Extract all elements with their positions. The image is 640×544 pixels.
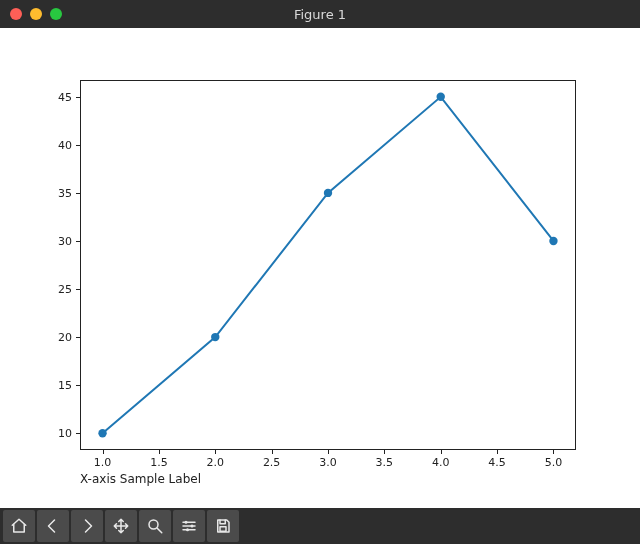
data-point: [211, 333, 219, 341]
svg-point-1: [185, 521, 188, 524]
svg-rect-4: [220, 527, 226, 532]
x-tick-label: 4.0: [432, 456, 450, 469]
zoom-button[interactable]: [139, 510, 171, 542]
y-tick-label: 30: [42, 234, 72, 247]
x-tick-label: 1.5: [150, 456, 168, 469]
y-tick-label: 40: [42, 138, 72, 151]
x-tick-label: 2.5: [263, 456, 281, 469]
x-axis-label: X-axis Sample Label: [80, 472, 201, 486]
svg-point-2: [191, 525, 194, 528]
pan-icon: [112, 517, 130, 535]
data-point: [324, 189, 332, 197]
data-point: [549, 237, 557, 245]
y-tick-label: 35: [42, 186, 72, 199]
save-button[interactable]: [207, 510, 239, 542]
forward-icon: [78, 517, 96, 535]
x-tick-label: 2.0: [207, 456, 225, 469]
line-plot: [0, 28, 640, 508]
maximize-icon[interactable]: [50, 8, 62, 20]
back-icon: [44, 517, 62, 535]
back-button[interactable]: [37, 510, 69, 542]
forward-button[interactable]: [71, 510, 103, 542]
y-tick-label: 10: [42, 427, 72, 440]
matplotlib-toolbar: [0, 508, 640, 544]
x-tick-label: 4.5: [488, 456, 506, 469]
y-tick-label: 25: [42, 283, 72, 296]
y-tick-label: 20: [42, 331, 72, 344]
x-tick-label: 3.0: [319, 456, 337, 469]
data-point: [98, 429, 106, 437]
sliders-icon: [180, 517, 198, 535]
window-titlebar: Figure 1: [0, 0, 640, 28]
home-icon: [10, 517, 28, 535]
minimize-icon[interactable]: [30, 8, 42, 20]
y-tick-label: 45: [42, 90, 72, 103]
data-point: [437, 93, 445, 101]
window-controls: [0, 8, 62, 20]
configure-subplots-button[interactable]: [173, 510, 205, 542]
home-button[interactable]: [3, 510, 35, 542]
close-icon[interactable]: [10, 8, 22, 20]
figure-canvas: 1.01.52.02.53.03.54.04.55.01015202530354…: [0, 28, 640, 508]
pan-button[interactable]: [105, 510, 137, 542]
x-tick-label: 5.0: [545, 456, 563, 469]
svg-point-3: [186, 528, 189, 531]
x-tick-label: 3.5: [376, 456, 394, 469]
zoom-icon: [146, 517, 164, 535]
svg-point-0: [149, 520, 158, 529]
x-tick-label: 1.0: [94, 456, 112, 469]
window-title: Figure 1: [0, 7, 640, 22]
line-series: [103, 97, 554, 433]
save-icon: [214, 517, 232, 535]
y-tick-label: 15: [42, 379, 72, 392]
